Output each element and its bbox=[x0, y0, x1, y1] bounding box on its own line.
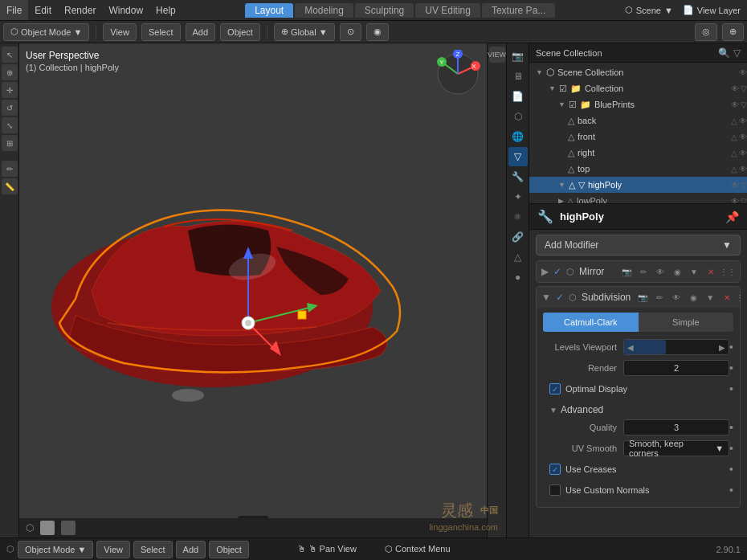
object-mode-selector[interactable]: ⬡ Object Mode ▼ bbox=[3, 23, 89, 41]
modifier-more-icon[interactable]: ▼ bbox=[687, 264, 701, 279]
overlay-btn[interactable]: ◎ bbox=[695, 23, 717, 41]
prop-icon-output[interactable]: 🖥 bbox=[508, 67, 528, 86]
add-menu[interactable]: Add bbox=[186, 23, 216, 41]
prop-field-render[interactable]: 2 bbox=[623, 360, 729, 376]
menu-window[interactable]: Window bbox=[102, 0, 149, 20]
prop-icon-modifiers[interactable]: 🔧 bbox=[508, 167, 528, 186]
menu-render[interactable]: Render bbox=[58, 0, 102, 20]
prop-icon-render[interactable]: 📷 bbox=[508, 47, 528, 66]
scale-tool[interactable]: ⤡ bbox=[2, 117, 18, 133]
annotate-tool[interactable]: ✏ bbox=[2, 161, 18, 177]
modifier-render-icon-sub[interactable]: ◉ bbox=[686, 290, 700, 305]
modifier-view-icon-sub[interactable]: 👁 bbox=[669, 290, 684, 305]
use-creases-checkbox[interactable]: ✓ Use Creases bbox=[549, 462, 617, 476]
view-bottom[interactable]: View bbox=[96, 541, 130, 558]
view-menu[interactable]: View bbox=[103, 23, 137, 41]
tree-item-blueprints[interactable]: ▼ ☑ 📁 BluePrints 👁 ▽ bbox=[529, 96, 747, 112]
prop-dot-use-creases[interactable]: • bbox=[729, 463, 733, 476]
tree-item-highpoly[interactable]: ▼ △ ▽ highPoly 👁 ▽ bbox=[529, 177, 747, 193]
subdivision-tab-catmull[interactable]: Catmull-Clark bbox=[543, 313, 639, 332]
prop-dot-uv-smooth[interactable]: • bbox=[729, 442, 733, 455]
select-menu[interactable]: Select bbox=[141, 23, 181, 41]
modifier-camera-icon-sub[interactable]: 📷 bbox=[635, 290, 650, 305]
prop-icon-material[interactable]: ● bbox=[508, 268, 528, 287]
workspace-tab-layout[interactable]: Layout bbox=[245, 3, 293, 18]
modifier-camera-icon[interactable]: 📷 bbox=[619, 264, 634, 279]
select-bottom[interactable]: Select bbox=[133, 541, 173, 558]
add-modifier-button[interactable]: Add Modifier ▼ bbox=[536, 235, 741, 255]
object-menu[interactable]: Object bbox=[220, 23, 260, 41]
prop-icon-physics[interactable]: ⚛ bbox=[508, 207, 528, 227]
prop-icon-constraints[interactable]: 🔗 bbox=[508, 227, 528, 247]
tree-item-back[interactable]: △ back △ 👁 bbox=[529, 112, 747, 129]
tree-item-right[interactable]: △ right △ 👁 bbox=[529, 145, 747, 161]
menu-help[interactable]: Help bbox=[149, 0, 182, 20]
object-bottom[interactable]: Object bbox=[209, 541, 249, 558]
tree-item-lowpoly[interactable]: ▶ △ lowPoly 👁 ▽ bbox=[529, 193, 747, 204]
properties-pin-icon[interactable]: 📌 bbox=[725, 211, 739, 223]
prop-dot-render[interactable]: • bbox=[729, 362, 733, 374]
slider-left-arrow[interactable]: ◀ bbox=[627, 343, 634, 352]
menu-file[interactable]: File bbox=[0, 0, 28, 20]
modifier-check-mirror[interactable]: ✓ bbox=[553, 266, 561, 277]
advanced-section-header[interactable]: ▼ Advanced bbox=[543, 401, 733, 419]
add-bottom[interactable]: Add bbox=[176, 541, 206, 558]
view-3d-btn[interactable]: VIEW bbox=[489, 47, 505, 63]
modifier-edit-icon-sub[interactable]: ✏ bbox=[652, 290, 667, 305]
viewport-nav-gizmo[interactable]: X Y Z bbox=[434, 50, 482, 98]
prop-icon-object[interactable]: ▽ bbox=[508, 147, 528, 166]
prop-icon-scene[interactable]: ⬡ bbox=[508, 107, 528, 126]
tree-item-collection[interactable]: ▼ ☑ 📁 Collection 👁 ▽ bbox=[529, 80, 747, 96]
prop-field-levels-viewport[interactable]: ◀ ▶ bbox=[623, 339, 729, 355]
cursor-tool[interactable]: ⊕ bbox=[2, 64, 18, 80]
prop-icon-data[interactable]: △ bbox=[508, 247, 528, 267]
proportional-edit[interactable]: ◉ bbox=[366, 23, 389, 41]
outliner-options-icon[interactable]: ▽ bbox=[733, 47, 741, 59]
prop-icon-world[interactable]: 🌐 bbox=[508, 127, 528, 146]
outliner-filter-icon[interactable]: 🔍 bbox=[718, 47, 730, 59]
modifier-check-subdivision[interactable]: ✓ bbox=[556, 292, 564, 303]
viewport-shading-solid[interactable] bbox=[40, 521, 55, 535]
prop-dot-optimal-display[interactable]: • bbox=[729, 382, 733, 395]
workspace-tab-modeling[interactable]: Modeling bbox=[295, 3, 353, 18]
viewport-shading-material[interactable] bbox=[61, 521, 76, 535]
modifier-view-icon[interactable]: 👁 bbox=[653, 264, 667, 279]
use-custom-normals-checkbox[interactable]: Use Custom Normals bbox=[549, 483, 650, 497]
move-tool[interactable]: ✛ bbox=[2, 82, 18, 98]
tree-item-scene-collection[interactable]: ▼ ⬡ Scene Collection 👁 bbox=[529, 64, 747, 80]
modifier-delete-subdivision[interactable]: ✕ bbox=[720, 290, 734, 305]
modifier-drag-subdivision[interactable]: ⋮⋮ bbox=[737, 290, 747, 305]
workspace-tab-sculpting[interactable]: Sculpting bbox=[355, 3, 414, 18]
prop-field-quality[interactable]: 3 bbox=[623, 419, 729, 435]
snap-toggle[interactable]: ⊙ bbox=[340, 23, 361, 41]
measure-tool[interactable]: 📏 bbox=[2, 178, 18, 194]
optimal-display-checkbox[interactable]: ✓ Optimal Display bbox=[549, 382, 627, 396]
prop-dropdown-uv-smooth[interactable]: Smooth, keep corners ▼ bbox=[623, 440, 729, 456]
workspace-tab-uv-editing[interactable]: UV Editing bbox=[415, 3, 480, 18]
viewport-3d[interactable]: ↖ ⊕ ✛ ↺ ⤡ ⊞ ✏ 📏 User Perspective (1) Col… bbox=[0, 43, 506, 538]
gizmo-btn[interactable]: ⊕ bbox=[722, 23, 744, 41]
rotate-tool[interactable]: ↺ bbox=[2, 100, 18, 116]
transform-orientation[interactable]: ⊕ Global ▼ bbox=[274, 23, 335, 41]
transform-tool[interactable]: ⊞ bbox=[2, 135, 18, 151]
prop-icon-particles[interactable]: ✦ bbox=[508, 187, 528, 206]
prop-icon-view-layer[interactable]: 📄 bbox=[508, 87, 528, 106]
subdivision-tab-simple[interactable]: Simple bbox=[639, 313, 734, 332]
select-tool[interactable]: ↖ bbox=[2, 47, 18, 63]
modifier-more-icon-sub[interactable]: ▼ bbox=[703, 290, 717, 305]
tree-item-front[interactable]: △ front △ 👁 bbox=[529, 129, 747, 145]
modifier-delete-mirror[interactable]: ✕ bbox=[704, 264, 718, 279]
modifier-render-icon[interactable]: ◉ bbox=[670, 264, 684, 279]
object-mode-bottom[interactable]: Object Mode ▼ bbox=[18, 541, 93, 558]
menu-edit[interactable]: Edit bbox=[28, 0, 58, 20]
modifier-edit-icon[interactable]: ✏ bbox=[636, 264, 651, 279]
tree-item-top[interactable]: △ top △ 👁 bbox=[529, 161, 747, 177]
modifier-expand-mirror[interactable]: ▶ bbox=[541, 266, 549, 277]
slider-right-arrow[interactable]: ▶ bbox=[719, 343, 725, 352]
prop-dot-levels-viewport[interactable]: • bbox=[729, 341, 733, 354]
modifier-drag-mirror[interactable]: ⋮⋮ bbox=[720, 264, 735, 279]
workspace-tab-texture-paint[interactable]: Texture Pa... bbox=[482, 3, 555, 18]
modifier-expand-subdivision[interactable]: ▼ bbox=[541, 292, 551, 303]
prop-dot-use-custom-normals[interactable]: • bbox=[729, 484, 733, 497]
prop-dot-quality[interactable]: • bbox=[729, 421, 733, 434]
